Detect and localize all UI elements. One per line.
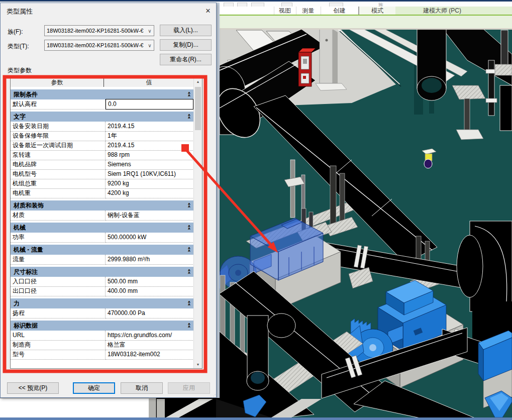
param-value[interactable]: Siemens — [106, 160, 194, 170]
param-value[interactable]: 400.00 mm — [106, 286, 194, 296]
parameter-row[interactable]: 功率500.00000 kW — [11, 233, 194, 242]
parameter-group-row[interactable]: 文字∧∧ — [11, 112, 194, 122]
param-name: 制造商 — [11, 340, 106, 350]
family-label: 族(F): — [8, 28, 23, 36]
param-name: 默认高程 — [11, 99, 106, 110]
collapse-chevron-icon[interactable]: ∧∧ — [187, 247, 191, 252]
parameter-row[interactable]: 默认高程0.0 — [11, 99, 194, 109]
param-value[interactable]: 500.00000 kW — [106, 233, 194, 243]
parameter-row[interactable]: 材质钢制-设备蓝 — [11, 211, 194, 220]
scroll-up-icon[interactable]: ▲ — [194, 78, 202, 85]
parameter-group-row[interactable]: 尺寸标注∧∧ — [11, 267, 194, 277]
group-title: 机械 — [14, 224, 26, 232]
close-icon[interactable]: ✕ — [203, 6, 213, 16]
parameter-row[interactable]: 电机型号Siem 1RQ1 (10KV,IC611) — [11, 169, 194, 179]
type-select-value: 18W03182-item002-KP16281-500kW-€ — [45, 42, 146, 48]
collapse-chevron-icon[interactable]: ∧∧ — [187, 269, 191, 274]
load-button[interactable]: 载入(L)... — [160, 25, 212, 36]
group-title: 材质和装饰 — [14, 201, 44, 210]
ribbon-panel-view[interactable]: 视图 — [274, 7, 296, 15]
param-value[interactable]: https://cn.grundfos.com/ — [106, 331, 194, 341]
duplicate-button[interactable]: 复制(D)... — [160, 39, 212, 51]
resize-grip-icon[interactable]: ⋰ — [212, 394, 216, 398]
group-title: 机械 - 流量 — [14, 246, 43, 254]
parameter-row[interactable]: 电机重4200 kg — [11, 188, 194, 198]
ribbon-panel-spacer — [489, 7, 512, 15]
parameter-row[interactable]: URLhttps://cn.grundfos.com/ — [11, 331, 194, 340]
param-name: 设备安装日期 — [11, 122, 106, 132]
scroll-down-icon[interactable]: ▼ — [194, 361, 202, 368]
type-properties-dialog: 类型属性 ✕ 族(F): 18W03182-item002-KP16281-50… — [0, 3, 217, 398]
param-value[interactable]: Siem 1RQ1 (10KV,IC611) — [106, 169, 194, 179]
parameter-row[interactable]: 泵转速988 rpm — [11, 150, 194, 160]
ok-button[interactable]: 确定 — [73, 382, 115, 394]
parameter-group-row[interactable]: 力∧∧ — [11, 298, 194, 308]
collapse-chevron-icon[interactable]: ∧∧ — [187, 225, 191, 230]
param-value[interactable]: 1年 — [106, 131, 194, 141]
parameter-column-header: 参数 — [11, 78, 104, 87]
param-value[interactable]: 988 rpm — [106, 150, 194, 160]
rename-button[interactable]: 重命名(R)... — [160, 54, 212, 65]
param-name: 设备保修年限 — [11, 131, 106, 141]
param-value[interactable]: 0.0 — [106, 99, 193, 110]
parameter-row[interactable]: 流量2999.9880 m³/h — [11, 255, 194, 264]
parameter-row[interactable]: 制造商格兰富 — [11, 340, 194, 350]
parameter-row[interactable]: 电机品牌Siemens — [11, 160, 194, 169]
ribbon-panel-mode[interactable]: 模式 — [359, 7, 396, 15]
parameter-row[interactable]: 设备保修年限1年 — [11, 131, 194, 141]
collapse-chevron-icon[interactable]: ∧∧ — [187, 301, 191, 306]
type-parameters-label: 类型参数 — [8, 66, 32, 75]
family-select-value: 18W03182-item002-KP16281-500kW-€ — [45, 28, 146, 34]
parameter-row[interactable]: 扬程470000.00 Pa — [11, 308, 194, 318]
param-value[interactable]: 470000.00 Pa — [106, 308, 194, 319]
parameter-row[interactable]: 出口口径400.00 mm — [11, 286, 194, 296]
cancel-button[interactable]: 取消 — [121, 382, 163, 394]
param-value[interactable]: 500.00 mm — [106, 277, 194, 287]
param-value[interactable]: 4200 kg — [106, 188, 194, 198]
param-name: 入口口径 — [11, 277, 106, 287]
parameter-row[interactable]: 入口口径500.00 mm — [11, 277, 194, 286]
collapse-chevron-icon[interactable]: ∧∧ — [187, 323, 191, 328]
param-value[interactable]: 2999.9880 m³/h — [106, 255, 194, 265]
parameter-group-row[interactable]: 限制条件∧∧ — [11, 89, 194, 99]
ribbon-panel-blank — [220, 7, 274, 15]
scrollbar-thumb[interactable] — [195, 87, 201, 130]
param-name: 功率 — [11, 233, 106, 243]
preview-button[interactable]: << 预览(P) — [7, 382, 59, 394]
parameter-group-row[interactable]: 机械∧∧ — [11, 223, 194, 233]
param-value[interactable]: 2019.4.15 — [106, 141, 194, 151]
parameter-row[interactable]: 设备安装日期2019.4.15 — [11, 122, 194, 131]
parameter-row[interactable]: 机组总重9200 kg — [11, 179, 194, 188]
family-select[interactable]: 18W03182-item002-KP16281-500kW-€ ∨ — [44, 25, 154, 36]
type-select[interactable]: 18W03182-item002-KP16281-500kW-€ ∨ — [44, 40, 154, 51]
apply-button: 应用 — [168, 382, 210, 394]
param-name: 泵转速 — [11, 150, 106, 160]
parameter-group-row[interactable]: 标识数据∧∧ — [11, 321, 194, 331]
collapse-chevron-icon[interactable]: ∧∧ — [187, 92, 191, 97]
param-name: 设备最近一次调试日期 — [11, 141, 106, 151]
parameter-group-row[interactable]: 机械 - 流量∧∧ — [11, 245, 194, 255]
param-value[interactable]: 钢制-设备蓝 — [106, 211, 194, 221]
param-name: 电机品牌 — [11, 160, 106, 170]
collapse-chevron-icon[interactable]: ∧∧ — [187, 203, 191, 208]
table-scrollbar[interactable]: ▲ ▼ — [193, 78, 202, 368]
param-name: 出口口径 — [11, 286, 106, 296]
table-header: 参数 值 — [11, 78, 194, 87]
chevron-down-icon[interactable]: ∨ — [146, 43, 154, 48]
parameter-group-row[interactable]: 材质和装饰∧∧ — [11, 200, 194, 211]
chevron-down-icon[interactable]: ∨ — [146, 28, 154, 34]
parameter-row[interactable]: 设备最近一次调试日期2019.4.15 — [11, 141, 194, 150]
ribbon-panel-modeling-master[interactable]: 建模大师 (PC) — [395, 7, 489, 15]
group-title: 力 — [14, 299, 20, 308]
ribbon-panel-create[interactable]: 创建 — [321, 7, 359, 15]
param-value[interactable]: 2019.4.15 — [106, 122, 194, 132]
param-value[interactable]: 9200 kg — [106, 179, 194, 189]
param-value[interactable]: 18W03182-item002 — [106, 350, 194, 360]
ribbon-panel-measure[interactable]: 测量 — [296, 7, 321, 15]
collapse-chevron-icon[interactable]: ∧∧ — [187, 114, 191, 119]
value-column-header: 值 — [104, 78, 194, 87]
parameter-row[interactable]: 型号18W03182-item002 — [11, 350, 194, 359]
param-value[interactable]: 格兰富 — [106, 340, 194, 350]
param-name: 电机型号 — [11, 169, 106, 179]
param-name: 扬程 — [11, 308, 106, 319]
